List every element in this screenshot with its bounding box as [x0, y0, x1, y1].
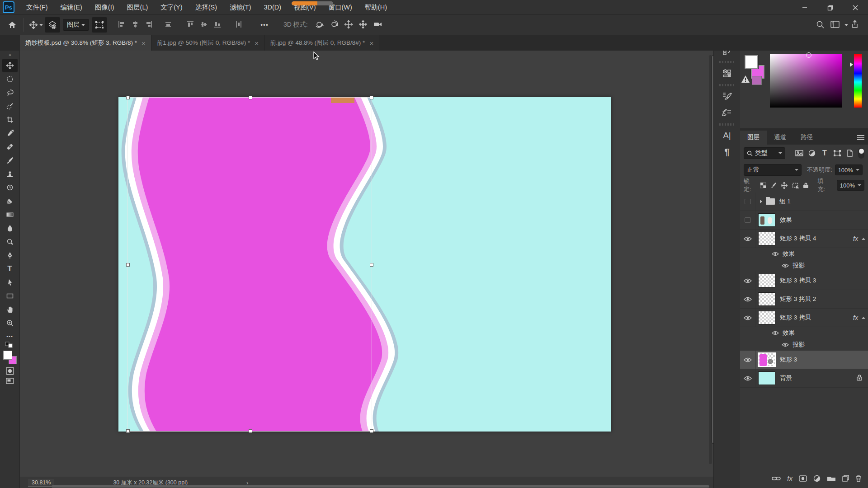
menu-image[interactable]: 图像(I): [89, 0, 121, 14]
layer-row-rect3-copy2[interactable]: 矩形 3 拷贝 2: [740, 290, 868, 309]
elliptical-marquee-tool[interactable]: [2, 72, 18, 86]
visibility-toggle[interactable]: [740, 192, 755, 211]
tab-paths[interactable]: 路径: [793, 131, 820, 145]
zoom-tool[interactable]: [2, 316, 18, 330]
zoom-level-field[interactable]: 30.81%: [28, 479, 54, 487]
layer-row-rect3-copy[interactable]: 矩形 3 拷贝 fx: [740, 309, 868, 327]
toolbar-collapse-icon[interactable]: »: [0, 51, 19, 59]
gradient-tool[interactable]: [2, 208, 18, 221]
add-layer-style-icon[interactable]: fx: [787, 474, 793, 482]
new-group-icon[interactable]: [827, 475, 836, 482]
align-left-edges-icon[interactable]: [118, 21, 125, 29]
edit-toolbar-icon[interactable]: •••: [6, 333, 13, 339]
align-top-edges-icon[interactable]: [187, 21, 194, 29]
tab-close-icon[interactable]: ×: [369, 39, 373, 47]
3d-pan-icon[interactable]: [344, 20, 353, 30]
share-icon[interactable]: [851, 20, 859, 30]
align-vertical-centers-icon[interactable]: [200, 21, 208, 29]
opacity-field[interactable]: 100%: [835, 164, 863, 175]
document-tab[interactable]: 前1.jpg @ 50% (图层 0, RGB/8#) * ×: [151, 35, 264, 51]
layer-thumbnail[interactable]: [758, 371, 775, 385]
filter-shape-layers-icon[interactable]: [832, 148, 843, 159]
3d-slide-icon[interactable]: [359, 20, 367, 30]
path-selection-tool[interactable]: [2, 276, 18, 289]
blend-mode-dropdown[interactable]: 正常: [744, 164, 802, 176]
menu-3d[interactable]: 3D(D): [257, 0, 288, 14]
close-button[interactable]: [843, 0, 868, 15]
transform-handle[interactable]: [370, 96, 373, 99]
lock-transparency-icon[interactable]: [760, 182, 766, 188]
lock-all-icon[interactable]: [803, 182, 809, 188]
lasso-tool[interactable]: [2, 86, 18, 99]
collapse-fx-icon[interactable]: [862, 317, 865, 319]
filter-toggle-switch[interactable]: [858, 148, 864, 159]
align-horizontal-centers-icon[interactable]: [132, 21, 139, 29]
foreground-color-swatch[interactable]: [3, 351, 12, 360]
lock-pixels-icon[interactable]: [770, 182, 777, 188]
auto-select-toggle-icon[interactable]: [45, 17, 60, 33]
transform-handle[interactable]: [249, 96, 252, 99]
menu-select[interactable]: 选择(S): [189, 0, 223, 14]
filter-type-layers-icon[interactable]: T: [819, 148, 830, 159]
saturation-brightness-field[interactable]: [770, 54, 842, 108]
hand-tool[interactable]: [2, 303, 18, 316]
new-adjustment-layer-icon[interactable]: [813, 475, 821, 482]
quick-mask-icon[interactable]: [6, 367, 14, 375]
layer-row-rect3-copy4[interactable]: 矩形 3 拷贝 4 fx: [740, 230, 868, 248]
lock-position-icon[interactable]: [781, 182, 788, 189]
panel-grip[interactable]: [719, 84, 735, 86]
fx-row-dropshadow[interactable]: 投影: [740, 260, 868, 272]
vertical-scrollbar[interactable]: [709, 55, 712, 464]
history-brush-tool[interactable]: [2, 181, 18, 194]
home-icon[interactable]: [5, 17, 20, 33]
add-layer-mask-icon[interactable]: [799, 475, 807, 482]
tab-close-icon[interactable]: ×: [255, 39, 259, 47]
gamut-warning-swatch[interactable]: [752, 76, 762, 85]
layer-row-group1[interactable]: 组 1: [740, 192, 868, 211]
foreground-background-swatches[interactable]: [3, 351, 17, 364]
paragraph-panel-icon[interactable]: ¶: [718, 144, 736, 160]
3d-roll-icon[interactable]: [330, 20, 338, 30]
layer-filter-type-dropdown[interactable]: 类型: [744, 147, 785, 159]
layer-row-background[interactable]: 背景: [740, 369, 868, 388]
menu-help[interactable]: 帮助(H): [359, 0, 393, 14]
layer-thumbnail[interactable]: [758, 274, 775, 287]
fx-badge[interactable]: fx: [853, 235, 858, 242]
menu-filter[interactable]: 滤镜(T): [223, 0, 258, 14]
layer-thumbnail[interactable]: [758, 311, 775, 324]
fx-row-effects[interactable]: 效果: [740, 248, 868, 260]
document-canvas[interactable]: [118, 97, 611, 432]
layer-thumbnail[interactable]: [758, 353, 775, 366]
dodge-tool[interactable]: [2, 235, 18, 249]
workspace-switcher-icon[interactable]: [830, 21, 840, 29]
restore-button[interactable]: [817, 0, 843, 15]
hue-slider-marker[interactable]: [850, 62, 853, 67]
lock-artboard-icon[interactable]: [792, 182, 799, 188]
quick-selection-tool[interactable]: [2, 99, 18, 113]
color-picker-marker[interactable]: [806, 52, 811, 58]
group-expand-icon[interactable]: [760, 200, 762, 203]
transform-handle[interactable]: [126, 96, 130, 99]
foreground-color-swatch[interactable]: [745, 55, 758, 69]
layer-row-xiaoguo-image[interactable]: 效果: [740, 211, 868, 230]
distribute-vertical-icon[interactable]: [235, 21, 242, 29]
tab-layers[interactable]: 图层: [740, 131, 767, 145]
auto-select-target-dropdown[interactable]: 图层: [63, 19, 89, 31]
panel-menu-icon[interactable]: [857, 135, 864, 140]
eraser-tool[interactable]: [2, 194, 18, 208]
more-options-icon[interactable]: •••: [257, 17, 272, 33]
panel-grip[interactable]: [719, 123, 735, 126]
fx-badge[interactable]: fx: [853, 314, 858, 321]
layer-row-rect3-copy3[interactable]: 矩形 3 拷贝 3: [740, 272, 868, 290]
screen-mode-icon[interactable]: [6, 378, 14, 384]
horizontal-scrollbar[interactable]: [52, 485, 709, 488]
spot-healing-brush-tool[interactable]: [2, 140, 18, 154]
properties-panel-icon[interactable]: [718, 65, 736, 81]
document-tab[interactable]: 前.jpg @ 48.8% (图层 0, RGB/8#) * ×: [264, 35, 379, 51]
hue-slider[interactable]: [854, 54, 862, 108]
crop-tool[interactable]: [2, 113, 18, 127]
visibility-toggle[interactable]: [740, 230, 755, 248]
collapse-fx-icon[interactable]: [862, 238, 865, 240]
pen-tool[interactable]: [2, 249, 18, 262]
fill-field[interactable]: 100%: [837, 180, 864, 191]
